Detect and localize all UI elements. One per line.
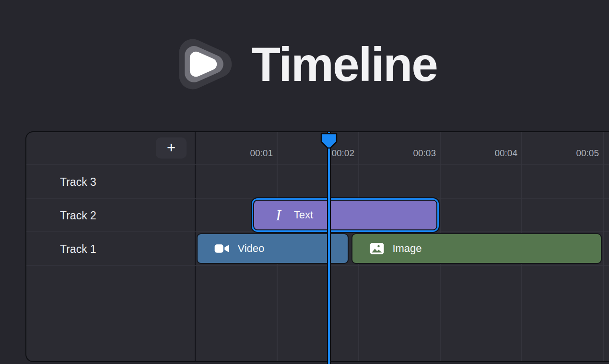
track-label-track-2: Track 2: [26, 199, 196, 232]
app-header: Timeline: [0, 31, 609, 98]
track-label-track-1: Track 1: [26, 232, 196, 266]
ruler-gridline: [603, 132, 604, 361]
clip-label: Video: [237, 242, 264, 255]
playhead-line[interactable]: [327, 132, 331, 364]
track-label-track-3: Track 3: [26, 165, 196, 199]
clip-label: Image: [392, 242, 422, 255]
clip-label: Text: [294, 209, 313, 221]
row-divider: [26, 231, 609, 232]
video-icon: [214, 241, 230, 256]
ruler-tick-label: 00:03: [390, 147, 436, 159]
text-icon: I: [270, 208, 287, 222]
image-icon: [369, 241, 385, 256]
page-title: Timeline: [251, 40, 437, 88]
row-divider: [26, 198, 609, 199]
timeline-panel: + Track 3Track 2Track 100:0100:0200:0300…: [25, 131, 609, 362]
play-logo-icon: [172, 32, 237, 97]
clip-text[interactable]: IText: [253, 200, 437, 230]
ruler-tick-label: 00:01: [227, 147, 273, 159]
clip-video[interactable]: Video: [197, 233, 348, 264]
ruler-tick-label: 00:04: [471, 147, 517, 159]
add-track-button[interactable]: +: [156, 137, 187, 159]
row-divider: [26, 265, 609, 266]
playhead-handle[interactable]: [320, 133, 338, 150]
clip-image[interactable]: Image: [351, 233, 602, 264]
ruler-tick-label: 00:05: [553, 147, 599, 159]
